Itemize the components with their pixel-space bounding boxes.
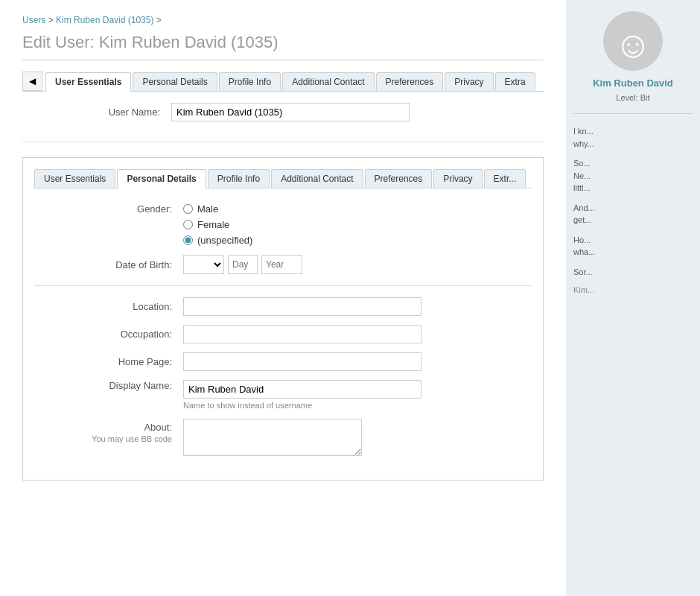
dob-row: Date of Birth: JanFebMar AprMayJun JulAu… <box>34 255 532 274</box>
breadcrumb-user-link[interactable]: Kim Ruben David (1035) <box>56 15 153 25</box>
gender-unspecified-label[interactable]: (unspecified) <box>183 235 252 246</box>
user-essentials-panel: User Name: <box>22 92 544 142</box>
display-name-hint: Name to show instead of username <box>183 401 421 410</box>
sidebar-text-3: And...get... <box>573 202 693 226</box>
occupation-row: Occupation: <box>34 325 532 343</box>
tab-back-button[interactable]: ◀ <box>22 72 42 91</box>
about-textarea[interactable] <box>183 419 362 456</box>
occupation-input[interactable] <box>183 325 421 343</box>
second-tab-personal-details[interactable]: Personal Details <box>117 169 206 188</box>
avatar: ☺ <box>603 11 663 71</box>
second-tab-bar: User Essentials Personal Details Profile… <box>34 169 532 188</box>
avatar-person-icon: ☺ <box>614 26 652 63</box>
location-label: Location: <box>34 301 183 312</box>
second-tab-profile-info[interactable]: Profile Info <box>208 169 270 188</box>
sidebar-text-4: Ho...wha... <box>573 234 693 259</box>
personal-details-form: Gender: Male Female (unspecified) <box>34 200 532 469</box>
tab-preferences[interactable]: Preferences <box>376 72 444 91</box>
breadcrumb-users-link[interactable]: Users <box>22 15 45 25</box>
display-name-field-group: Name to show instead of username <box>183 380 421 410</box>
about-label: About: You may use BB code <box>34 419 183 443</box>
sidebar-level: Level: Bit <box>616 93 649 102</box>
homepage-input[interactable] <box>183 352 421 371</box>
tab-profile-info[interactable]: Profile Info <box>219 72 281 91</box>
gender-row: Gender: Male Female (unspecified) <box>34 203 532 246</box>
second-tab-preferences[interactable]: Preferences <box>365 169 433 188</box>
breadcrumb: Users > Kim Ruben David (1035) > <box>22 15 544 25</box>
tab-additional-contact[interactable]: Additional Contact <box>282 72 374 91</box>
dob-year-input[interactable] <box>261 255 302 274</box>
location-row: Location: <box>34 297 532 316</box>
dob-month-select[interactable]: JanFebMar AprMayJun JulAugSep OctNovDec <box>183 255 224 274</box>
tab-extra[interactable]: Extra <box>495 72 535 91</box>
gender-radio-group: Male Female (unspecified) <box>183 203 252 246</box>
tab-privacy[interactable]: Privacy <box>445 72 493 91</box>
about-hint: You may use BB code <box>34 434 172 443</box>
homepage-label: Home Page: <box>34 356 183 367</box>
tab-user-essentials[interactable]: User Essentials <box>45 72 131 92</box>
sidebar-text-1: I kn...why... <box>573 125 693 150</box>
dob-label: Date of Birth: <box>34 259 183 270</box>
gender-male-label[interactable]: Male <box>183 203 252 215</box>
homepage-row: Home Page: <box>34 352 532 371</box>
sidebar-text-6: Kim... <box>573 285 693 294</box>
dob-day-input[interactable] <box>228 255 258 274</box>
sidebar-text-5: Sor... <box>573 266 693 279</box>
second-tab-extra[interactable]: Extr... <box>484 169 526 188</box>
username-label: User Name: <box>22 107 171 118</box>
gender-label: Gender: <box>34 203 183 215</box>
sidebar-username: Kim Ruben David <box>593 77 673 90</box>
second-tab-privacy[interactable]: Privacy <box>433 169 482 188</box>
gender-female-text: Female <box>197 219 229 230</box>
display-name-input[interactable] <box>183 380 421 399</box>
gender-male-radio[interactable] <box>183 204 193 214</box>
second-panel: User Essentials Personal Details Profile… <box>22 157 544 481</box>
display-name-label: Display Name: <box>34 380 183 391</box>
form-divider-1 <box>34 285 532 286</box>
top-tab-bar: ◀ User Essentials Personal Details Profi… <box>22 72 544 92</box>
page-title: Edit User: Kim Ruben David (1035) <box>22 33 544 60</box>
gender-male-text: Male <box>197 203 218 215</box>
right-sidebar: ☺ Kim Ruben David Level: Bit I kn...why.… <box>566 0 700 596</box>
gender-female-label[interactable]: Female <box>183 219 252 230</box>
second-tab-additional-contact[interactable]: Additional Contact <box>271 169 363 188</box>
dob-inputs: JanFebMar AprMayJun JulAugSep OctNovDec <box>183 255 302 274</box>
sidebar-text-2: So...Ne...littl... <box>573 157 693 194</box>
gender-female-radio[interactable] <box>183 220 193 229</box>
breadcrumb-sep2: > <box>156 15 162 25</box>
gender-unspecified-text: (unspecified) <box>197 235 252 246</box>
username-input[interactable] <box>171 103 410 121</box>
location-input[interactable] <box>183 297 421 316</box>
gender-unspecified-radio[interactable] <box>183 235 193 245</box>
display-name-row: Display Name: Name to show instead of us… <box>34 380 532 410</box>
second-tab-user-essentials[interactable]: User Essentials <box>34 169 115 188</box>
occupation-label: Occupation: <box>34 329 183 340</box>
breadcrumb-sep1: > <box>48 15 56 25</box>
about-row: About: You may use BB code <box>34 419 532 456</box>
user-avatar-area: ☺ Kim Ruben David Level: Bit <box>573 11 693 114</box>
username-row: User Name: <box>22 103 544 121</box>
tab-personal-details[interactable]: Personal Details <box>133 72 217 91</box>
